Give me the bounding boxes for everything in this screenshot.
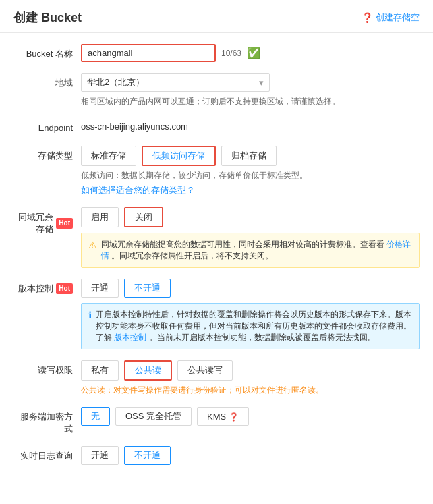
redundancy-btn-group: 启用 关闭 [81, 207, 420, 227]
char-count: 10/63 [221, 49, 241, 58]
realtime-log-btn-open[interactable]: 开通 [81, 446, 119, 465]
realtime-log-label: 实时日志查询 [13, 446, 81, 462]
hot-badge: Hot [56, 218, 73, 229]
redundancy-label-wrapper: 同域冗余存储 Hot [13, 207, 81, 235]
read-write-btn-public-read[interactable]: 公共读 [124, 360, 172, 381]
bucket-name-input[interactable] [88, 48, 209, 58]
encrypt-btn-kms[interactable]: KMS ❓ [197, 407, 249, 426]
page-title: 创建 Bucket [13, 9, 82, 26]
redundancy-btn-enable[interactable]: 启用 [81, 207, 119, 227]
region-hint: 相同区域内的产品内网可以互通；订购后不支持更换区域，请谨慎选择。 [81, 96, 420, 107]
storage-btn-archive[interactable]: 归档存储 [221, 146, 277, 166]
encrypt-btn-none[interactable]: 无 [81, 407, 110, 426]
help-link[interactable]: ❓ 创建存储空 [362, 11, 420, 24]
version-btn-off[interactable]: 不开通 [124, 279, 171, 298]
endpoint-value: oss-cn-beijing.aliyuncs.com [81, 118, 420, 135]
storage-btn-standard[interactable]: 标准存储 [81, 146, 136, 166]
info-icon: ℹ [88, 310, 92, 343]
endpoint-label: Endpoint [13, 118, 81, 134]
question-circle-icon: ❓ [362, 12, 373, 23]
redundancy-warning-box: ⚠ 同域冗余存储能提高您的数据可用性，同时会采用相对较高的计费标准。查看看 价格… [81, 233, 420, 268]
read-write-hint: 公共读：对文件写操作需要进行身份验证；可以对文件进行匿名读。 [81, 385, 420, 396]
storage-help-link[interactable]: 如何选择适合您的存储类型？ [81, 185, 195, 195]
version-hot-badge: Hot [56, 283, 73, 294]
redundancy-warning-text2: 。同域冗余存储属性开启后，将不支持关闭。 [111, 251, 273, 260]
help-link-label: 创建存储空 [376, 11, 420, 24]
version-btn-open[interactable]: 开通 [81, 279, 119, 298]
version-info-text2: 。当前未开启版本控制功能，数据删除或被覆盖后将无法找回。 [149, 333, 376, 342]
storage-btn-group: 标准存储 低频访问存储 归档存储 [81, 146, 420, 166]
realtime-log-btn-group: 开通 不开通 [81, 446, 420, 465]
read-write-btn-group: 私有 公共读 公共读写 [81, 360, 420, 381]
encrypt-kms-label: KMS [207, 412, 226, 422]
encrypt-btn-oss[interactable]: OSS 完全托管 [115, 407, 192, 426]
redundancy-label: 同域冗余存储 [13, 211, 53, 235]
check-icon: ✅ [247, 47, 260, 59]
region-select[interactable]: 华北2（北京） ▾ [81, 73, 270, 92]
version-btn-group: 开通 不开通 [81, 279, 420, 298]
encrypt-label: 服务端加密方式 [13, 407, 81, 435]
region-label: 地域 [13, 73, 81, 89]
version-control-link[interactable]: 版本控制 [114, 333, 146, 342]
read-write-btn-private[interactable]: 私有 [81, 360, 119, 381]
read-write-btn-public-readwrite[interactable]: 公共读写 [177, 360, 233, 381]
warning-icon: ⚠ [88, 240, 97, 262]
kms-help-icon[interactable]: ❓ [229, 412, 239, 422]
redundancy-btn-close[interactable]: 关闭 [124, 207, 163, 227]
redundancy-warning-text: 同域冗余存储能提高您的数据可用性，同时会采用相对较高的计费标准。查看看 [101, 240, 384, 249]
version-info-box: ℹ 开启版本控制特性后，针对数据的覆盖和删除操作将会以历史版本的形式保存下来。版… [81, 303, 420, 349]
version-label-wrapper: 版本控制 Hot [13, 279, 81, 295]
read-write-label: 读写权限 [13, 360, 81, 376]
version-label: 版本控制 [18, 283, 53, 295]
storage-label: 存储类型 [13, 146, 81, 162]
storage-hint: 低频访问：数据长期存储，较少访问，存储单价低于标准类型。 [81, 170, 420, 181]
bucket-name-input-box [81, 44, 216, 62]
realtime-log-btn-off[interactable]: 不开通 [124, 446, 171, 465]
region-value: 华北2（北京） [87, 76, 144, 88]
chevron-down-icon: ▾ [259, 78, 264, 88]
bucket-name-label: Bucket 名称 [13, 44, 81, 60]
encrypt-btn-group: 无 OSS 完全托管 KMS ❓ [81, 407, 420, 426]
storage-btn-lowfreq[interactable]: 低频访问存储 [142, 146, 216, 166]
